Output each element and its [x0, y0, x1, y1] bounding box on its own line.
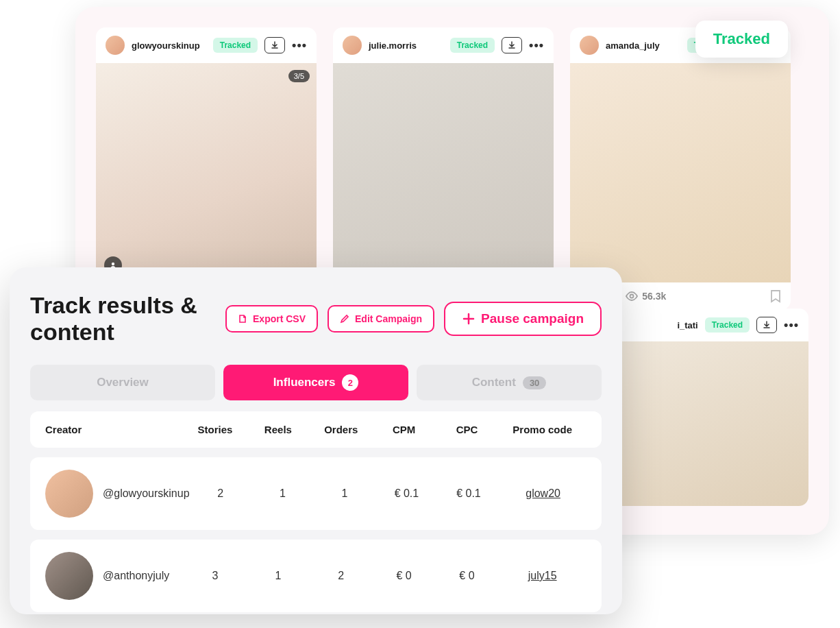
- tab-content[interactable]: Content 30: [417, 365, 602, 400]
- export-csv-button[interactable]: Export CSV: [225, 305, 318, 333]
- results-panel: Track results & content Export CSV Edit …: [10, 267, 622, 614]
- edit-campaign-button[interactable]: Edit Campaign: [328, 305, 434, 333]
- creator-handle: @anthonyjuly: [103, 570, 169, 582]
- table-header: Creator Stories Reels Orders CPM CPC Pro…: [30, 411, 602, 448]
- cell-cpc: € 0: [436, 570, 499, 582]
- cell-promo[interactable]: glow20: [499, 487, 586, 500]
- avatar: [45, 470, 93, 518]
- cell-promo[interactable]: july15: [498, 570, 586, 582]
- table-row[interactable]: @anthonyjuly 3 1 2 € 0 € 0 july15: [30, 540, 602, 612]
- cell-reels: 1: [247, 570, 310, 582]
- col-orders: Orders: [310, 424, 373, 435]
- tab-influencers[interactable]: Influencers 2: [223, 365, 408, 400]
- plus-icon: [462, 312, 475, 326]
- views-stat: 56.3k: [625, 291, 666, 302]
- export-csv-label: Export CSV: [253, 313, 306, 324]
- edit-campaign-label: Edit Campaign: [355, 313, 422, 324]
- col-reels: Reels: [247, 424, 310, 435]
- status-badge: Tracked: [450, 38, 495, 53]
- status-badge: Tracked: [705, 317, 750, 333]
- creator-handle: @glowyourskinup: [103, 487, 190, 500]
- tab-influencers-label: Influencers: [273, 376, 336, 389]
- cell-stories: 2: [190, 487, 252, 500]
- tab-influencers-count: 2: [342, 374, 358, 391]
- cell-cpm: € 0: [373, 570, 436, 582]
- tab-overview[interactable]: Overview: [30, 365, 215, 400]
- views-count: 56.3k: [642, 291, 666, 302]
- download-button[interactable]: [756, 317, 777, 333]
- card-header: julie.morris Tracked •••: [333, 27, 554, 63]
- download-icon: [508, 41, 516, 49]
- edit-icon: [340, 314, 349, 324]
- cell-stories: 3: [184, 570, 247, 582]
- tab-content-count: 30: [523, 376, 546, 389]
- username[interactable]: i_tati: [677, 320, 697, 330]
- post-image[interactable]: [333, 63, 554, 282]
- eye-icon: [625, 291, 639, 301]
- more-icon[interactable]: •••: [529, 38, 544, 53]
- tabs: Overview Influencers 2 Content 30: [30, 365, 602, 400]
- download-button[interactable]: [264, 37, 285, 53]
- bookmark-icon: [770, 289, 781, 303]
- creator-cell: @anthonyjuly: [45, 552, 184, 600]
- card-header: glowyourskinup Tracked •••: [96, 27, 317, 63]
- col-cpc: CPC: [436, 424, 499, 435]
- floating-tracked-badge: Tracked: [695, 21, 788, 58]
- cell-cpc: € 0.1: [438, 487, 500, 500]
- avatar: [45, 552, 93, 600]
- pause-campaign-button[interactable]: Pause campaign: [444, 302, 602, 336]
- more-icon[interactable]: •••: [784, 318, 799, 333]
- avatar: [580, 36, 599, 55]
- results-header: Track results & content Export CSV Edit …: [30, 292, 602, 346]
- col-creator: Creator: [45, 424, 184, 435]
- username[interactable]: glowyourskinup: [132, 40, 206, 51]
- avatar: [106, 36, 125, 55]
- cell-cpm: € 0.1: [375, 487, 438, 500]
- col-stories: Stories: [184, 424, 247, 435]
- svg-point-0: [112, 263, 114, 265]
- svg-point-1: [630, 295, 634, 298]
- more-icon[interactable]: •••: [292, 38, 307, 53]
- export-icon: [238, 314, 247, 324]
- download-icon: [271, 41, 279, 49]
- username[interactable]: amanda_july: [606, 40, 680, 51]
- gallery-count-badge: 3/5: [288, 70, 310, 82]
- username[interactable]: julie.morris: [369, 40, 443, 51]
- status-badge: Tracked: [213, 38, 258, 53]
- table-row[interactable]: @glowyourskinup 2 1 1 € 0.1 € 0.1 glow20: [30, 457, 602, 530]
- creator-cell: @glowyourskinup: [45, 470, 190, 518]
- col-promo: Promo code: [498, 424, 586, 435]
- cell-orders: 1: [314, 487, 376, 500]
- post-image[interactable]: [570, 63, 791, 282]
- tab-overview-label: Overview: [97, 376, 149, 389]
- page-title: Track results & content: [30, 292, 216, 346]
- avatar: [343, 36, 362, 55]
- post-image[interactable]: 3/5: [96, 63, 317, 282]
- cell-reels: 1: [251, 487, 314, 500]
- cell-orders: 2: [310, 570, 373, 582]
- pause-campaign-label: Pause campaign: [481, 311, 584, 326]
- bookmark-button[interactable]: [770, 289, 781, 303]
- tab-content-label: Content: [472, 376, 516, 389]
- col-cpm: CPM: [373, 424, 436, 435]
- download-button[interactable]: [502, 37, 522, 53]
- download-icon: [763, 321, 771, 329]
